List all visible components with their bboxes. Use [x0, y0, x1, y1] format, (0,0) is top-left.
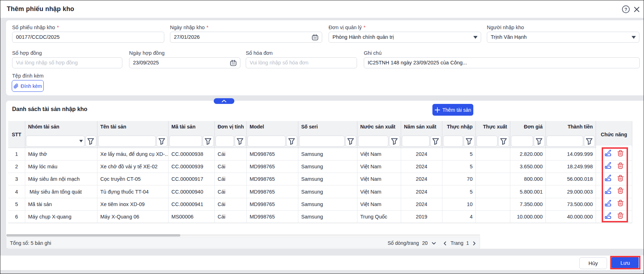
svg-text:?: ?: [624, 7, 627, 12]
